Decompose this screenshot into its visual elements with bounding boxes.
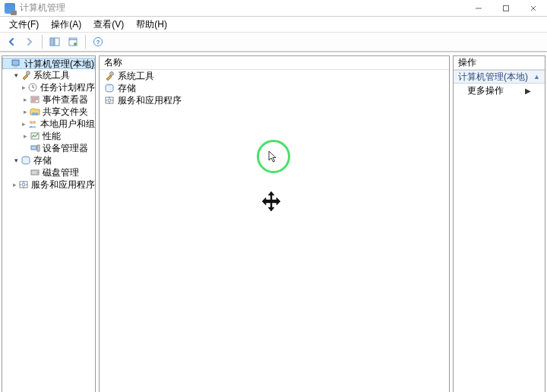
app-icon (5, 3, 15, 14)
toolbar: ? (0, 32, 547, 52)
shared-folder-icon (30, 106, 40, 117)
toolbar-separator (42, 35, 43, 49)
tree-node-device-manager[interactable]: 设备管理器 (2, 142, 95, 154)
tree-label-local-users: 本地用户和组 (40, 118, 95, 130)
actions-group-title: 计算机管理(本地) (458, 71, 528, 84)
users-icon (27, 119, 38, 129)
svg-rect-7 (12, 60, 19, 65)
expander-icon[interactable] (21, 106, 30, 118)
svg-rect-1 (50, 38, 54, 46)
collapse-icon: ▲ (533, 73, 540, 81)
svg-point-14 (30, 121, 33, 124)
list-item-services-apps[interactable]: 服务和应用程序 (100, 94, 449, 106)
svg-point-4 (74, 43, 77, 46)
event-icon (30, 94, 40, 105)
svg-rect-8 (14, 66, 17, 68)
expander-icon[interactable] (21, 130, 30, 142)
tree-panel: 计算机管理(本地) 系统工具 任务计划程序 (2, 55, 96, 392)
list-item-storage[interactable]: 存储 (100, 82, 449, 94)
close-button[interactable] (520, 0, 547, 16)
tree-node-event-viewer[interactable]: 事件查看器 (2, 93, 95, 106)
minimize-button[interactable] (465, 0, 492, 16)
expander-icon[interactable] (11, 179, 18, 191)
maximize-button[interactable] (492, 0, 520, 16)
list-label: 存储 (118, 82, 136, 95)
storage-icon (104, 83, 115, 93)
menu-file[interactable]: 文件(F) (3, 17, 45, 33)
svg-rect-2 (55, 38, 59, 46)
tree-label-root: 计算机管理(本地) (24, 58, 94, 70)
list-item-system-tools[interactable]: 系统工具 (100, 70, 449, 82)
services-icon (18, 179, 29, 190)
forward-button[interactable] (21, 33, 38, 50)
svg-point-24 (110, 72, 114, 76)
show-hide-tree-button[interactable] (46, 33, 63, 50)
expander-icon[interactable] (21, 118, 27, 130)
tools-icon (104, 71, 115, 81)
properties-button[interactable] (65, 33, 81, 50)
expander-icon[interactable] (11, 154, 21, 166)
clock-icon (27, 82, 38, 93)
chevron-right-icon: ▶ (525, 87, 531, 95)
main-area: 计算机管理(本地) 系统工具 任务计划程序 (0, 52, 547, 392)
svg-point-9 (27, 71, 30, 75)
svg-text:?: ? (96, 39, 100, 46)
expander-icon[interactable] (21, 93, 30, 106)
title-bar: 计算机管理 (0, 0, 547, 17)
move-icon (260, 190, 283, 213)
tree-node-root[interactable]: 计算机管理(本地) (2, 58, 95, 69)
tree-node-task-scheduler[interactable]: 任务计划程序 (2, 81, 95, 93)
tree-node-services-apps[interactable]: 服务和应用程序 (2, 179, 95, 191)
menu-view[interactable]: 查看(V) (87, 17, 130, 33)
svg-point-13 (35, 112, 38, 115)
window-title: 计算机管理 (20, 2, 65, 14)
services-icon (104, 95, 115, 106)
tree-label-shared-folders: 共享文件夹 (43, 106, 88, 118)
tree-label-performance: 性能 (43, 130, 61, 142)
menu-help[interactable]: 帮助(H) (130, 17, 173, 33)
svg-point-15 (33, 121, 36, 124)
help-button[interactable]: ? (90, 33, 106, 50)
actions-more-label: 更多操作 (467, 84, 504, 97)
window-buttons (465, 0, 547, 16)
tools-icon (21, 70, 31, 81)
tree-label-services-apps: 服务和应用程序 (31, 179, 95, 191)
performance-icon (30, 131, 40, 141)
column-name[interactable]: 名称 (104, 56, 302, 69)
tree-label-event-viewer: 事件查看器 (43, 93, 88, 106)
tree-node-system-tools[interactable]: 系统工具 (2, 69, 95, 81)
tree-label-device-manager: 设备管理器 (43, 142, 88, 154)
actions-header: 操作 (454, 56, 545, 70)
tree-node-shared-folders[interactable]: 共享文件夹 (2, 106, 95, 118)
svg-point-12 (32, 112, 35, 115)
tree-node-storage[interactable]: 存储 (2, 154, 95, 166)
device-icon (30, 143, 40, 153)
disk-icon (30, 167, 40, 178)
menu-action[interactable]: 操作(A) (45, 17, 87, 33)
back-button[interactable] (3, 33, 20, 50)
tree-label-storage: 存储 (33, 154, 52, 166)
menu-bar: 文件(F) 操作(A) 查看(V) 帮助(H) (0, 17, 547, 32)
storage-icon (21, 155, 31, 166)
list-label: 系统工具 (118, 70, 154, 83)
actions-panel: 操作 计算机管理(本地) ▲ 更多操作 ▶ (453, 55, 545, 392)
content-panel: 名称 系统工具 存储 服务和应用程序 (99, 55, 450, 392)
tree-root: 计算机管理(本地) 系统工具 任务计划程序 (2, 56, 95, 192)
svg-point-21 (36, 172, 38, 173)
expander-icon[interactable] (21, 81, 27, 93)
svg-rect-0 (504, 5, 509, 11)
cursor-icon (268, 150, 279, 164)
expander-icon[interactable] (11, 69, 21, 81)
tree-label-disk-management: 磁盘管理 (43, 166, 79, 179)
toolbar-separator-2 (85, 35, 86, 49)
content-header: 名称 (100, 56, 449, 70)
tree-label-task-scheduler: 任务计划程序 (40, 81, 95, 93)
actions-group[interactable]: 计算机管理(本地) ▲ (454, 70, 545, 84)
list-label: 服务和应用程序 (118, 94, 182, 107)
tree-node-local-users[interactable]: 本地用户和组 (2, 118, 95, 130)
tree-node-disk-management[interactable]: 磁盘管理 (2, 166, 95, 179)
computer-icon (11, 58, 22, 69)
actions-more[interactable]: 更多操作 ▶ (454, 84, 545, 97)
tree-node-performance[interactable]: 性能 (2, 130, 95, 142)
tree-label-system-tools: 系统工具 (33, 69, 70, 81)
